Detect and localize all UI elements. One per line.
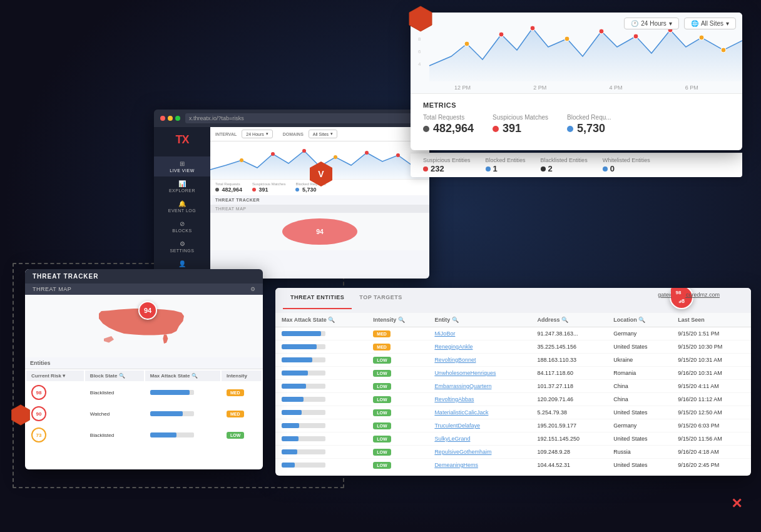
cell-intensity-large: med [367,327,428,340]
entity-link[interactable]: RepulsiveGothemhaim [434,449,491,455]
entity-link[interactable]: RevoltingBonnet [434,357,476,363]
settings-label: Settings [170,248,194,253]
table-row: low RevoltingBonnet 188.163.110.33 Ukrai… [275,354,751,367]
liveview-label: Live View [170,168,195,173]
domain-filter-button[interactable]: 🌐 All Sites ▾ [684,18,736,29]
table-row: low SulkyLeGrand 192.151.145.250 United … [275,432,751,446]
cell-bar [275,327,367,340]
entity-link[interactable]: RevoltingAbbas [434,396,474,402]
cell-bar [275,354,367,367]
cell-location: United States [607,340,672,354]
metric-suspicious-label: Suspicious Matches [252,182,285,186]
sidebar-item-liveview[interactable]: ⊞ Live View [154,156,210,176]
bar-large [282,371,325,376]
cell-risk-90: 90 [26,404,84,424]
cell-address: 188.163.110.33 [531,354,608,367]
metrics-content: METRICS Total Requests 482,964 Suspiciou… [411,94,742,143]
bar-large [282,357,325,362]
cell-last-seen: 9/15/20 1:51 PM [672,327,751,340]
cell-last-seen: 9/15/20 10:30 PM [672,340,751,354]
svg-marker-1 [409,6,432,31]
intensity-large: low [373,422,391,429]
tab-top-targets[interactable]: TOP TARGETS [352,292,410,309]
metrics-grid: Total Requests 482,964 Suspicious Matche… [423,114,730,135]
cell-intensity-large: med [367,340,428,354]
entity-link[interactable]: UnwholesomeHenriques [434,370,496,376]
metric-total-label: Total Requests [215,182,242,186]
domain-filter-label: All Sites [701,20,723,27]
bar-fill-large [282,463,295,468]
table-row: low RepulsiveGothemhaim 109.248.9.28 Rus… [275,446,751,459]
axis-4pm: 4 PM [610,84,623,91]
entity-link[interactable]: SulkyLeGrand [434,436,470,442]
metric-big-blocked-value: 5,730 [567,122,611,135]
metric-susp-entities-value: 232 [423,164,471,173]
svg-text:V: V [318,169,324,179]
dot-blocked [486,166,491,171]
interval-chevron: ▾ [266,131,268,136]
intensity-large: low [373,396,391,403]
cell-intensity-large: low [367,367,428,380]
bar-large [282,463,325,468]
panel-threat-tracker: THREAT TRACKER THREAT MAP ⚙ 94 Entities … [25,269,263,469]
cell-address: 91.247.38.163... [531,327,608,340]
cell-intensity-2: med [222,404,262,424]
interval-select[interactable]: 24 Hours ▾ [242,130,272,138]
entity-link[interactable]: EmbarrassingQuartern [434,383,491,389]
svg-point-6 [365,151,369,155]
threat-map-settings-icon[interactable]: ⚙ [250,286,256,292]
sidebar-item-blocks[interactable]: ⊘ Blocks [154,217,210,237]
metric-big-suspicious-value: 391 [493,122,548,135]
svg-point-18 [530,26,535,31]
svg-point-8 [240,158,243,162]
svg-text:4: 4 [418,61,421,67]
bar-fill-large [282,331,321,336]
cell-entity: RenegingAnkle [428,340,531,354]
col-max-attack: Max Attack State 🔍 [145,371,220,381]
metric-total-dot [215,188,219,192]
inner-header: INTERVAL 24 Hours ▾ DOMAINS All Sites ▾ [210,127,429,141]
entity-link[interactable]: TruculentDelafaye [434,422,480,429]
th-location: Location 🔍 [607,313,672,327]
cell-bar-1 [145,382,220,402]
metric-blacklisted-entities: Blacklisted Entities 2 [541,157,588,173]
metric-blocked-dot [295,188,299,192]
interval-label: INTERVAL [215,132,237,136]
tab-threat-entities[interactable]: THREAT ENTITIES [283,292,352,309]
intensity-large: low [373,370,391,377]
entity-link[interactable]: RenegingAnkle [434,344,472,350]
entities-table-body: 98 Blacklisted med 90 Watched [26,382,262,445]
time-range-label: 24 Hours [641,20,667,27]
domain-label: DOMAINS [283,132,304,136]
metric-big-blocked: Blocked Requ... 5,730 [567,114,611,135]
entities-table-scroll[interactable]: Max Attack State 🔍 Intensity 🔍 Entity 🔍 … [275,313,751,469]
time-range-button[interactable]: 🕐 24 Hours ▾ [624,18,679,29]
small-dashboard-window: x.threatx.io/?tab=risks TX ⊞ Live View 📊… [154,110,429,279]
metric-big-suspicious: Suspicious Matches 391 [493,114,548,135]
top-target-url[interactable]: gateway.securedmz.com [658,292,720,298]
cell-location: United States [607,432,672,446]
entity-link[interactable]: MaterialisticCalicJack [434,409,488,416]
bar-fill-large [282,357,312,362]
col-current-risk: Current Risk ▾ [26,371,84,381]
dashboard-content: INTERVAL 24 Hours ▾ DOMAINS All Sites ▾ … [210,127,429,279]
metric-big-suspicious-dot [493,126,499,132]
axis-12pm: 12 PM [454,84,471,91]
metrics-chart-area: 🕐 24 Hours ▾ 🌐 All Sites ▾ 10 8 6 4 [411,13,742,94]
metric-big-total-value: 482,964 [423,122,474,135]
metric-big-suspicious-label: Suspicious Matches [493,114,548,121]
threat-tracker-small-label: Threat Tracker [210,195,429,205]
risk-badge-98: 98 [31,385,46,400]
sidebar-item-settings[interactable]: ⚙ Settings [154,237,210,257]
cell-block-blacklisted-2: Blacklisted [85,425,144,445]
hex-icon-left [9,404,32,426]
domain-select[interactable]: All Sites ▾ [309,130,337,138]
threat-map-subheader: THREAT MAP ⚙ [25,284,263,295]
entity-link[interactable]: DemeaningHems [434,462,478,468]
sidebar-item-eventlog[interactable]: 🔔 Event Log [154,197,210,217]
cell-intensity-large: low [367,419,428,432]
cell-location: Romania [607,367,672,380]
cell-bar-2 [145,404,220,424]
entity-link[interactable]: MiJoBor [434,330,455,337]
sidebar-item-explorer[interactable]: 📊 Explorer [154,176,210,197]
